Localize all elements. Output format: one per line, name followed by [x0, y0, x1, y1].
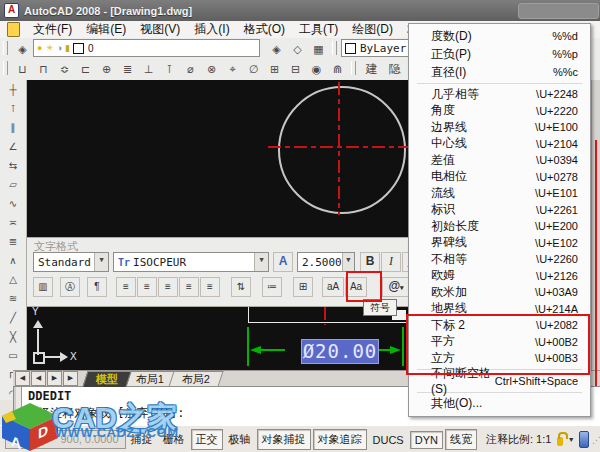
- tab-layout2[interactable]: 布局2: [169, 371, 224, 387]
- plugin-button-2[interactable]: 隐: [383, 60, 406, 79]
- layer-combo[interactable]: ● ☀ ◑ ▮ 0: [33, 39, 260, 57]
- menu-edit[interactable]: 编辑(E): [79, 20, 133, 39]
- align-left-icon[interactable]: ≡: [116, 277, 136, 297]
- plugin-button-1[interactable]: 建: [360, 60, 383, 79]
- mtext-justify-icon[interactable]: Ⓐ: [60, 277, 80, 297]
- tool-icon-3[interactable]: ≎: [54, 60, 75, 79]
- lineweight-toggle[interactable]: 线宽: [445, 429, 477, 450]
- tool-icon-1[interactable]: ⊔: [12, 60, 33, 79]
- snap-toggle[interactable]: 捕捉: [127, 430, 157, 449]
- uppercase-icon[interactable]: aA: [322, 277, 344, 297]
- fullscreen-icon[interactable]: [579, 431, 589, 448]
- vtool-icon-6[interactable]: ▱: [3, 176, 23, 194]
- layer-plot-icon[interactable]: ▮: [65, 43, 70, 53]
- menu-item-diameter[interactable]: 直径(I)%%c: [409, 63, 590, 81]
- menu-item-ohm[interactable]: 欧姆\U+2126: [409, 268, 590, 285]
- vtool-icon-14[interactable]: ╳: [3, 328, 23, 346]
- tab-model[interactable]: 模型: [82, 371, 131, 387]
- paragraph-icon[interactable]: ¶: [87, 277, 107, 297]
- layer-freeze-icon[interactable]: ☀: [45, 43, 53, 53]
- dyn-toggle[interactable]: DYN: [410, 431, 443, 449]
- dimension-text-selected[interactable]: Ø20.00: [301, 339, 379, 364]
- vtool-icon-3[interactable]: ∥: [3, 119, 23, 137]
- align-right-icon[interactable]: ≡: [158, 277, 178, 297]
- menu-format[interactable]: 格式(O): [237, 20, 292, 39]
- chevron-down-icon[interactable]: ▼: [94, 253, 108, 271]
- menu-item-delta[interactable]: 差值\U+0394: [409, 152, 590, 169]
- menu-item-almost-equal[interactable]: 几乎相等\U+2248: [409, 86, 590, 103]
- coordinate-display[interactable]: 900, 0.0000: [5, 430, 126, 449]
- menu-item-initial-length[interactable]: 初始长度\U+E200: [409, 218, 590, 235]
- vtool-icon-11[interactable]: △: [3, 271, 23, 289]
- text-style-combo[interactable]: Standard ▼: [33, 252, 109, 272]
- title-bar[interactable]: A AutoCAD 2008 - [Drawing1.dwg]: [0, 0, 600, 21]
- ducs-toggle[interactable]: DUCS: [369, 432, 408, 448]
- menu-item-degrees[interactable]: 度数(D)%%d: [409, 27, 590, 45]
- tab-first-icon[interactable]: ◀: [15, 371, 30, 386]
- text-height-combo[interactable]: 2.5000 ▼: [297, 252, 355, 272]
- annotative-icon[interactable]: A: [273, 252, 293, 272]
- toolbar-grip[interactable]: [351, 61, 356, 75]
- ortho-toggle[interactable]: 正交: [191, 429, 223, 450]
- layer-lock-icon[interactable]: ◑: [57, 43, 62, 53]
- align-justify-icon[interactable]: ≡: [179, 277, 199, 297]
- tool-icon-16[interactable]: ⋒: [327, 60, 348, 79]
- vtool-icon-8[interactable]: ≍: [3, 214, 23, 232]
- tool-icon-8[interactable]: ⊺: [159, 60, 180, 79]
- insert-field-icon[interactable]: ⊞: [293, 277, 313, 297]
- otrack-toggle[interactable]: 对象追踪: [313, 429, 367, 450]
- menu-item-other[interactable]: 其他(O)...: [409, 395, 590, 413]
- menu-item-plusminus[interactable]: 正负(P)%%p: [409, 45, 590, 63]
- align-center-icon[interactable]: ≡: [137, 277, 157, 297]
- tool-icon-2[interactable]: ⊓: [33, 60, 54, 79]
- grid-toggle[interactable]: 栅格: [159, 430, 189, 449]
- menu-view[interactable]: 视图(V): [133, 20, 187, 39]
- menu-insert[interactable]: 插入(I): [187, 20, 236, 39]
- menu-item-identity[interactable]: 标识\U+2261: [409, 202, 590, 219]
- toolbar-grip[interactable]: [3, 41, 8, 55]
- vtool-icon-13[interactable]: ╱: [3, 309, 23, 327]
- tool-icon-5[interactable]: ⊕: [96, 60, 117, 79]
- numbering-icon[interactable]: ≔: [262, 277, 282, 297]
- vtool-icon-15[interactable]: ▭: [3, 347, 23, 365]
- command-window-grip[interactable]: [14, 387, 22, 424]
- resize-grip[interactable]: ⋰: [592, 435, 600, 445]
- menu-item-not-equal[interactable]: 不相等\U+2260: [409, 251, 590, 268]
- menu-item-electrical-phase[interactable]: 电相位\U+0278: [409, 169, 590, 186]
- toolbar-grip[interactable]: [3, 61, 8, 75]
- tool-icon-6[interactable]: ≣: [117, 60, 138, 79]
- tool-icon-11[interactable]: ⌖: [222, 60, 243, 79]
- vtool-icon-1[interactable]: ┼: [3, 81, 23, 99]
- menu-item-omega[interactable]: 欧米加\U+03A9: [409, 284, 590, 301]
- layer-manager-icon[interactable]: ◈: [12, 40, 33, 59]
- chevron-down-icon[interactable]: ▼: [254, 253, 268, 271]
- chevron-down-icon[interactable]: ▼: [568, 436, 575, 443]
- tool-icon-7[interactable]: ⊥: [138, 60, 159, 79]
- vtool-icon-9[interactable]: ≣: [3, 233, 23, 251]
- menu-draw[interactable]: 绘图(D): [345, 20, 400, 39]
- tool-icon-10[interactable]: ⊗: [201, 60, 222, 79]
- vtool-icon-10[interactable]: ∧: [3, 252, 23, 270]
- tool-icon-13[interactable]: ⊞: [264, 60, 285, 79]
- columns-icon[interactable]: ▥: [33, 277, 53, 297]
- window-controls[interactable]: [518, 3, 599, 19]
- italic-button[interactable]: I: [381, 252, 401, 272]
- font-combo[interactable]: Tr ISOCPEUR ▼: [113, 252, 269, 272]
- tool-icon-9[interactable]: ⌀: [180, 60, 201, 79]
- menu-file[interactable]: 文件(F): [26, 20, 79, 39]
- menu-item-flow-line[interactable]: 流线\U+E101: [409, 185, 590, 202]
- layer-on-icon[interactable]: ●: [37, 43, 42, 53]
- tool-icon-12[interactable]: ∅: [243, 60, 264, 79]
- menu-item-angle[interactable]: 角度\U+2220: [409, 103, 590, 120]
- menu-item-center-line[interactable]: 中心线\U+2104: [409, 136, 590, 153]
- tab-next-icon[interactable]: ▶: [47, 371, 62, 386]
- vtool-icon-5[interactable]: ⇆: [3, 157, 23, 175]
- align-distribute-icon[interactable]: ≡: [200, 277, 220, 297]
- symbol-button[interactable]: @▾: [382, 277, 410, 297]
- polar-toggle[interactable]: 极轴: [225, 430, 255, 449]
- tab-prev-icon[interactable]: ◀: [31, 371, 46, 386]
- layer-tool-icon-2[interactable]: ◇: [287, 40, 308, 59]
- vtool-icon-12[interactable]: ≋: [3, 290, 23, 308]
- line-spacing-icon[interactable]: ⇅: [231, 277, 251, 297]
- layer-tool-icon-3[interactable]: ▦: [308, 40, 329, 59]
